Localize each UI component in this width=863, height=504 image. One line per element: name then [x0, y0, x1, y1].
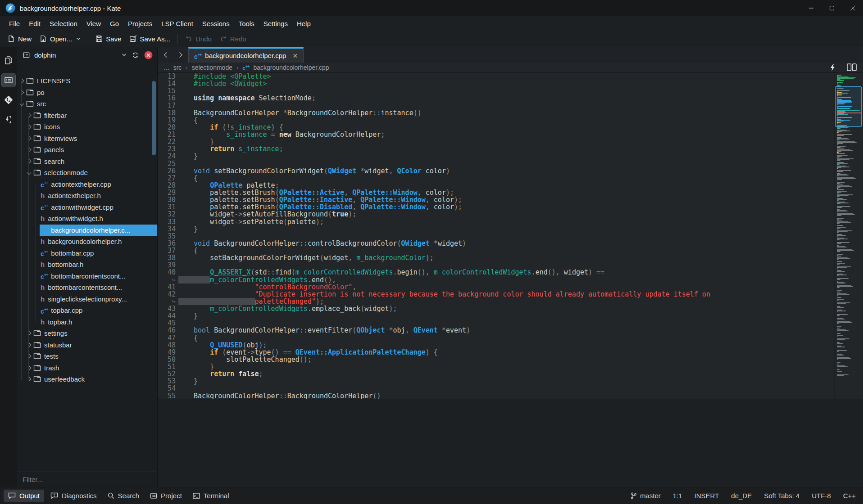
tree-item-icons[interactable]: icons: [17, 121, 157, 133]
code-line-22[interactable]: 22 }: [158, 138, 863, 145]
code-line-29[interactable]: 29 palette.setBrush(QPalette::Active, QP…: [158, 189, 863, 196]
code-line-15[interactable]: 15: [158, 87, 863, 94]
input-mode-status[interactable]: INSERT: [695, 492, 719, 500]
code-line-55[interactable]: 55BackgroundColorHelper::BackgroundColor…: [158, 392, 863, 399]
code-line-46[interactable]: 46bool BackgroundColorHelper::eventFilte…: [158, 327, 863, 334]
project-reload-button[interactable]: [132, 52, 139, 58]
project-filter-input[interactable]: Filter...: [17, 472, 157, 487]
chevron-right-icon[interactable]: [19, 90, 24, 94]
open-button[interactable]: Open...: [36, 32, 85, 45]
code-line-44[interactable]: 44}: [158, 312, 863, 320]
tree-item-userfeedback[interactable]: userfeedback: [17, 374, 157, 385]
code-line-54[interactable]: 54: [158, 385, 863, 392]
code-line-52[interactable]: 52 return false;: [158, 370, 863, 378]
tree-item-src[interactable]: src: [17, 98, 157, 110]
project-selector[interactable]: dolphin: [34, 51, 56, 59]
cursor-position-status[interactable]: 1:1: [673, 492, 682, 500]
save-as-button[interactable]: Save As...: [125, 32, 174, 45]
menu-help[interactable]: Help: [292, 18, 315, 29]
tree-item-bottombarcontentscont-[interactable]: hbottombarcontentscont...: [17, 282, 157, 293]
minimap-scrollbar[interactable]: [834, 75, 862, 398]
tree-item-filterbar[interactable]: filterbar: [17, 110, 157, 122]
code-line-21[interactable]: 21 s_instance = new BackgroundColorHelpe…: [158, 131, 863, 138]
code-line-47[interactable]: 47{: [158, 334, 863, 342]
tree-item-statusbar[interactable]: statusbar: [17, 339, 157, 351]
code-line-30[interactable]: 30 palette.setBrush(QPalette::Inactive, …: [158, 196, 863, 203]
menu-projects[interactable]: Projects: [123, 18, 157, 29]
code-line-49[interactable]: 49 if (event->type() == QEvent::Applicat…: [158, 349, 863, 356]
toolview-button-project[interactable]: Project: [145, 490, 186, 502]
menu-edit[interactable]: Edit: [24, 18, 45, 29]
tab-mode-status[interactable]: Soft Tabs: 4: [764, 492, 799, 500]
breadcrumb-file[interactable]: backgroundcolorhelper.cpp: [254, 64, 329, 71]
tree-item-actiontexthelper-h[interactable]: hactiontexthelper.h: [17, 190, 157, 202]
code-line-37[interactable]: 37{: [158, 247, 863, 254]
code-line-48[interactable]: 48 Q_UNUSED(obj);: [158, 342, 863, 349]
tree-item-po[interactable]: po: [17, 87, 157, 99]
close-button[interactable]: [842, 0, 863, 16]
code-line-19[interactable]: 19{: [158, 117, 863, 124]
code-line-45[interactable]: 45: [158, 320, 863, 327]
menu-file[interactable]: File: [5, 18, 24, 29]
menu-settings[interactable]: Settings: [259, 18, 292, 29]
tree-item-search[interactable]: search: [17, 156, 157, 167]
code-line-28[interactable]: 28 QPalette palette;: [158, 182, 863, 189]
code-line-wrap[interactable]: ↪ m_colorControlledWidgets.end(),: [158, 276, 863, 284]
chevron-right-icon[interactable]: [27, 159, 31, 163]
menu-lsp-client[interactable]: LSP Client: [157, 18, 198, 29]
code-line-20[interactable]: 20 if (!s_instance) {: [158, 124, 863, 131]
chevron-right-icon[interactable]: [27, 331, 31, 336]
chevron-right-icon[interactable]: [19, 79, 24, 83]
code-line-31[interactable]: 31 palette.setBrush(QPalette::Disabled, …: [158, 203, 863, 211]
code-line-41[interactable]: 41 "controlBackgroundColor",: [158, 284, 863, 291]
code-line-17[interactable]: 17: [158, 102, 863, 109]
save-button[interactable]: Save: [91, 32, 125, 45]
code-line-53[interactable]: 53}: [158, 378, 863, 385]
minimap-viewport[interactable]: [835, 86, 862, 127]
chevron-right-icon[interactable]: [27, 148, 31, 152]
code-line-wrap[interactable]: ↪ paletteChanged");: [158, 298, 863, 305]
code-line-27[interactable]: 27{: [158, 175, 863, 182]
code-line-42[interactable]: 42 "Duplicate insertion is not necessary…: [158, 291, 863, 298]
projects-sidebar-button[interactable]: [2, 73, 15, 87]
chevron-right-icon[interactable]: [27, 365, 31, 370]
chevron-down-icon[interactable]: [27, 171, 31, 175]
minimize-button[interactable]: [801, 0, 822, 16]
tab-forward-button[interactable]: [173, 47, 188, 63]
code-line-32[interactable]: 32 widget->setAutoFillBackground(true);: [158, 211, 863, 218]
tree-item-backgroundcolorhelper-c-[interactable]: c++backgroundcolorhelper.c...: [17, 225, 157, 236]
menu-view[interactable]: View: [82, 18, 105, 29]
documents-sidebar-button[interactable]: [2, 54, 15, 67]
tree-item-singleclickselectionproxy-[interactable]: hsingleclickselectionproxy...: [17, 293, 157, 305]
maximize-button[interactable]: [822, 0, 842, 16]
code-line-36[interactable]: 36void BackgroundColorHelper::controlBac…: [158, 240, 863, 247]
code-line-24[interactable]: 24}: [158, 153, 863, 160]
chevron-right-icon[interactable]: [27, 377, 31, 382]
tree-item-topbar-h[interactable]: htopbar.h: [17, 316, 157, 328]
tree-item-topbar-cpp[interactable]: c++topbar.cpp: [17, 305, 157, 316]
code-line-40[interactable]: 40 Q_ASSERT_X(std::find(m_colorControlle…: [158, 269, 863, 276]
lsp-client-sidebar-button[interactable]: [2, 113, 15, 126]
tree-item-trash[interactable]: trash: [17, 362, 157, 374]
tree-item-bottombarcontentscont-[interactable]: c++bottombarcontentscont...: [17, 270, 157, 282]
code-line-35[interactable]: 35: [158, 233, 863, 240]
menu-sessions[interactable]: Sessions: [198, 18, 234, 29]
encoding-status[interactable]: UTF-8: [812, 492, 831, 500]
code-line-16[interactable]: 16using namespace SelectionMode;: [158, 94, 863, 102]
chevron-right-icon[interactable]: [27, 342, 31, 347]
breadcrumb-dir-src[interactable]: src: [173, 64, 182, 71]
toolview-button-terminal[interactable]: Terminal: [188, 490, 234, 502]
tree-item-kitemviews[interactable]: kitemviews: [17, 133, 157, 144]
menu-tools[interactable]: Tools: [234, 18, 259, 29]
code-line-38[interactable]: 38 setBackgroundColorForWidget(widget, m…: [158, 254, 863, 261]
toolview-button-output[interactable]: Output: [4, 490, 44, 502]
tree-item-tests[interactable]: tests: [17, 351, 157, 362]
code-line-25[interactable]: 25: [158, 160, 863, 167]
chevron-down-icon[interactable]: [19, 102, 24, 106]
tree-item-panels[interactable]: panels: [17, 144, 157, 156]
tree-item-actiontexthelper-cpp[interactable]: c++actiontexthelper.cpp: [17, 179, 157, 190]
project-close-button[interactable]: [144, 51, 153, 59]
code-line-26[interactable]: 26void setBackgroundColorForWidget(QWidg…: [158, 167, 863, 175]
chevron-right-icon[interactable]: [27, 354, 31, 359]
code-line-14[interactable]: 14#include <QWidget>: [158, 80, 863, 87]
